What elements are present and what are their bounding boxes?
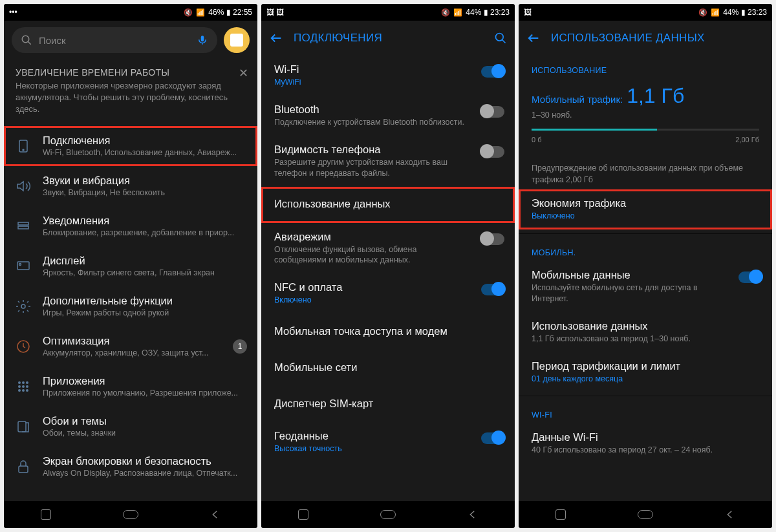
item-sub: Используйте мобильную сеть для доступа в… xyxy=(532,282,727,304)
usage-scale: 0 б 2,00 Гб xyxy=(532,136,759,144)
item-title: Геоданные xyxy=(274,430,469,442)
settings-item-notif[interactable]: Уведомления Блокирование, разрешение, до… xyxy=(4,206,257,246)
toggle[interactable] xyxy=(481,432,504,444)
mic-icon[interactable] xyxy=(197,34,208,46)
back-icon[interactable] xyxy=(269,31,283,45)
mobile-item[interactable]: Мобильные данные Используйте мобильную с… xyxy=(519,261,772,312)
battery-tip-card[interactable]: УВЕЛИЧЕНИЕ ВРЕМЕНИ РАБОТЫ Некоторые прил… xyxy=(4,59,257,126)
item-sub: Отключение функций вызова, обмена сообще… xyxy=(274,244,469,266)
settings-item-optimize[interactable]: Оптимизация Аккумулятор, хранилище, ОЗУ,… xyxy=(4,326,257,367)
status-left-icons: 🖼 xyxy=(524,8,532,17)
nav-recent[interactable] xyxy=(38,507,54,522)
advanced-icon xyxy=(14,297,32,315)
tip-title: УВЕЛИЧЕНИЕ ВРЕМЕНИ РАБОТЫ xyxy=(16,67,246,78)
mute-icon: 🔇 xyxy=(441,8,451,17)
avatar[interactable] xyxy=(224,27,250,53)
toggle[interactable] xyxy=(481,66,504,78)
item-sub: 40 Гб использовано за период 27 окт. – 2… xyxy=(532,445,727,456)
toggle[interactable] xyxy=(481,146,504,158)
data-saver-item[interactable]: Экономия трафика Выключено xyxy=(519,189,772,229)
item-title: Дисплей xyxy=(43,255,247,267)
svg-line-23 xyxy=(502,40,506,43)
close-icon[interactable]: ✕ xyxy=(239,66,248,80)
wallpaper-icon xyxy=(14,418,32,436)
svg-point-4 xyxy=(23,149,24,151)
toggle[interactable] xyxy=(481,233,504,245)
nav-back[interactable] xyxy=(208,507,223,522)
phone-screen-2: 🖼 🖼 🔇 📶 44% ▮ 23:23 ПОДКЛЮЧЕНИЯ Wi-Fi My… xyxy=(261,4,515,528)
conn-item[interactable]: Авиарежим Отключение функций вызова, обм… xyxy=(261,223,515,274)
conn-item[interactable]: Видимость телефона Разрешите другим устр… xyxy=(261,136,515,187)
item-title: Обои и темы xyxy=(43,415,247,427)
svg-point-11 xyxy=(18,381,21,384)
nav-home[interactable] xyxy=(638,507,653,522)
mobile-item[interactable]: Использование данных 1,1 Гб использовано… xyxy=(519,312,772,352)
usage-label: Мобильный трафик: xyxy=(532,94,623,105)
item-sub: MyWiFi xyxy=(274,77,469,88)
nav-recent[interactable] xyxy=(296,507,311,522)
divider xyxy=(519,396,772,396)
search-input[interactable]: Поиск xyxy=(12,27,217,53)
nav-back[interactable] xyxy=(465,507,480,522)
toggle[interactable] xyxy=(738,271,762,283)
svg-line-1 xyxy=(28,41,31,45)
search-icon xyxy=(21,34,32,46)
divider xyxy=(519,233,772,234)
svg-point-8 xyxy=(19,263,21,265)
search-icon[interactable] xyxy=(494,32,507,45)
conn-item[interactable]: Wi-Fi MyWiFi xyxy=(261,56,515,96)
settings-item-sound[interactable]: Звуки и вибрация Звуки, Вибрация, Не бес… xyxy=(4,166,257,206)
settings-item-connections[interactable]: Подключения Wi-Fi, Bluetooth, Использова… xyxy=(4,126,257,166)
conn-item[interactable]: Диспетчер SIM-карт xyxy=(261,386,515,422)
svg-point-14 xyxy=(18,385,21,388)
item-sub: Always On Display, Распознавание лица, О… xyxy=(43,469,247,478)
conn-item[interactable]: NFC и оплата Включено xyxy=(261,273,515,314)
nav-recent[interactable] xyxy=(553,507,568,522)
battery-time: 46% ▮ 22:55 xyxy=(208,8,252,17)
conn-item[interactable]: Использование данных xyxy=(261,187,515,223)
svg-rect-21 xyxy=(19,466,28,473)
settings-item-wallpaper[interactable]: Обои и темы Обои, темы, значки xyxy=(4,407,257,447)
item-title: Звуки и вибрация xyxy=(43,175,247,187)
item-title: Wi-Fi xyxy=(274,63,469,76)
conn-item[interactable]: Bluetooth Подключение к устройствам Blue… xyxy=(261,96,515,136)
item-sub: Яркость, Фильтр синего света, Главный эк… xyxy=(43,268,247,277)
settings-item-lock[interactable]: Экран блокировки и безопасность Always O… xyxy=(4,447,257,487)
signal-icon: 📶 xyxy=(711,8,720,17)
item-title: Мобильные сети xyxy=(274,361,469,374)
settings-item-apps[interactable]: Приложения Приложения по умолчанию, Разр… xyxy=(4,367,257,407)
mobile-item[interactable]: Период тарификации и лимит 01 день каждо… xyxy=(519,352,772,392)
page-title: ПОДКЛЮЧЕНИЯ xyxy=(294,32,484,45)
data-saver-title: Экономия трафика xyxy=(532,197,727,209)
settings-item-advanced[interactable]: Дополнительные функции Игры, Режим работ… xyxy=(4,286,257,326)
item-sub: Игры, Режим работы одной рукой xyxy=(43,308,247,317)
svg-rect-5 xyxy=(18,222,28,225)
settings-item-display[interactable]: Дисплей Яркость, Фильтр синего света, Гл… xyxy=(4,246,257,286)
conn-item[interactable]: Мобильные сети xyxy=(261,350,515,386)
conn-item[interactable]: Мобильная точка доступа и модем xyxy=(261,314,515,350)
item-sub: Обои, темы, значки xyxy=(43,429,247,438)
conn-item[interactable]: Геоданные Высокая точность xyxy=(261,422,515,462)
section-header-mobile: МОБИЛЬН. xyxy=(519,238,772,261)
toggle[interactable] xyxy=(481,284,504,295)
section-header-usage: ИСПОЛЬЗОВАНИЕ xyxy=(519,56,772,79)
section-header-wifi: WI-FI xyxy=(519,400,772,423)
nav-back[interactable] xyxy=(722,507,738,522)
item-title: Мобильные данные xyxy=(532,269,727,281)
wifi-item[interactable]: Данные Wi-Fi 40 Гб использовано за перио… xyxy=(519,423,772,463)
usage-warning: Предупреждение об использовании данных п… xyxy=(532,163,759,186)
nav-home[interactable] xyxy=(380,507,396,522)
content-area: Поиск УВЕЛИЧЕНИЕ ВРЕМЕНИ РАБОТЫ Некоторы… xyxy=(4,21,257,501)
item-title: Использование данных xyxy=(532,320,727,332)
item-title: Дополнительные функции xyxy=(43,295,247,307)
navbar xyxy=(519,501,772,528)
nav-home[interactable] xyxy=(123,507,138,522)
item-title: Приложения xyxy=(43,375,247,387)
item-title: NFC и оплата xyxy=(274,281,469,293)
svg-rect-7 xyxy=(17,262,29,270)
back-icon[interactable] xyxy=(526,31,541,45)
usage-block[interactable]: Мобильный трафик: 1,1 Гб 1–30 нояб. 0 б … xyxy=(519,79,772,153)
page-header: ПОДКЛЮЧЕНИЯ xyxy=(261,21,515,56)
toggle[interactable] xyxy=(481,106,504,118)
item-title: Bluetooth xyxy=(274,103,469,116)
